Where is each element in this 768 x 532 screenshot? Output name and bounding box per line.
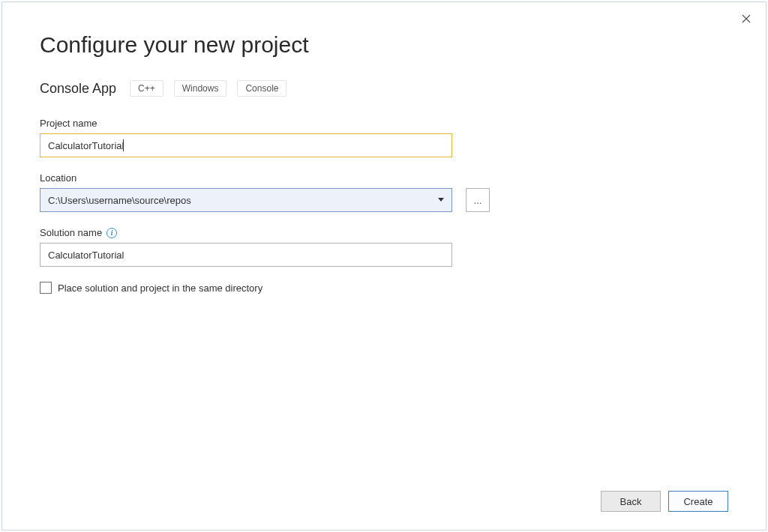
solution-name-group: Solution name i [40,227,728,267]
page-title: Configure your new project [40,32,728,58]
browse-button[interactable]: ... [466,188,490,212]
location-label: Location [40,172,728,184]
dialog-footer: Back Create [601,491,728,512]
text-caret [123,139,124,151]
back-button[interactable]: Back [601,491,661,512]
template-row: Console App C++ Windows Console [40,80,728,97]
project-name-value: CalculatorTutorial [48,140,124,151]
template-name: Console App [40,81,116,97]
close-icon [742,14,751,23]
same-directory-row: Place solution and project in the same d… [40,282,728,294]
location-combobox[interactable]: C:\Users\username\source\repos [40,188,452,212]
back-label: Back [620,496,642,507]
browse-label: ... [474,195,482,206]
create-label: Create [683,496,712,507]
project-name-group: Project name CalculatorTutorial [40,118,728,157]
tag-console: Console [237,80,286,97]
info-icon[interactable]: i [106,228,117,238]
configure-project-dialog: Configure your new project Console App C… [2,1,766,531]
location-row: C:\Users\username\source\repos ... [40,188,728,212]
chevron-down-icon [435,194,447,206]
tag-windows: Windows [174,80,227,97]
same-directory-checkbox[interactable] [40,282,52,294]
same-directory-label: Place solution and project in the same d… [58,282,262,294]
tag-cpp: C++ [130,80,164,97]
close-button[interactable] [737,10,755,28]
create-button[interactable]: Create [668,491,728,512]
solution-name-label-text: Solution name [40,227,102,238]
project-name-label: Project name [40,118,728,129]
location-value: C:\Users\username\source\repos [48,195,191,206]
solution-name-input[interactable] [40,243,452,267]
solution-name-label: Solution name i [40,227,728,238]
location-group: Location C:\Users\username\source\repos … [40,172,728,212]
project-name-input[interactable]: CalculatorTutorial [40,133,452,157]
